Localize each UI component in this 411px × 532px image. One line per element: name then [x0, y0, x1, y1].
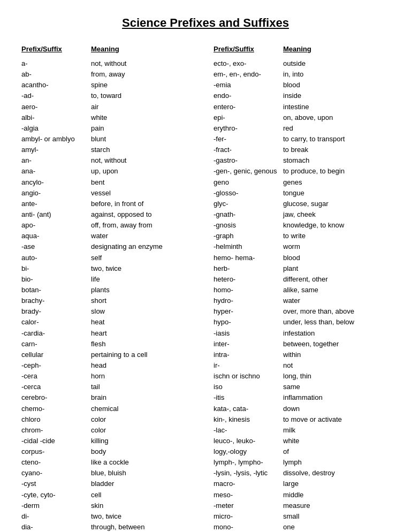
- list-item: endo-: [214, 90, 283, 101]
- list-item: to write: [283, 231, 390, 241]
- list-item: of: [283, 446, 390, 457]
- list-item: chemo-: [21, 404, 91, 414]
- list-item: erythro-: [214, 123, 283, 134]
- list-item: up, upon: [91, 166, 197, 177]
- left-prefix-col: Prefix/Suffix a-ab-acantho--ad-aero-albi…: [21, 45, 91, 532]
- list-item: alike, same: [283, 285, 390, 295]
- list-item: bent: [91, 177, 197, 188]
- list-item: heat: [91, 317, 197, 328]
- list-item: ambyl- or amblyo: [21, 134, 91, 145]
- list-item: ir-: [214, 360, 283, 371]
- list-item: against, opposed to: [91, 209, 197, 220]
- list-item: lymph: [283, 457, 390, 468]
- list-item: -itis: [214, 392, 283, 403]
- list-item: -helminth: [214, 241, 283, 252]
- list-item: head: [91, 360, 197, 371]
- list-item: -gen-, genic, genous: [214, 166, 283, 177]
- list-item: bladder: [91, 478, 197, 489]
- page-title: Science Prefixes and Suffixes: [21, 16, 390, 30]
- list-item: ancylo-: [21, 177, 91, 188]
- list-item: glyc-: [214, 199, 283, 209]
- list-item: bio-: [21, 274, 91, 285]
- list-item: -ad-: [21, 90, 91, 101]
- list-item: -cardia-: [21, 328, 91, 339]
- list-item: pain: [91, 123, 197, 134]
- list-item: tail: [91, 382, 197, 392]
- list-item: -meter: [214, 500, 283, 511]
- list-item: -ase: [21, 241, 91, 252]
- list-item: aqua-: [21, 231, 91, 241]
- list-item: plants: [91, 285, 197, 295]
- list-item: two, twice: [91, 511, 197, 522]
- list-item: cellular: [21, 349, 91, 360]
- list-item: di-: [21, 511, 91, 522]
- list-item: vessel: [91, 188, 197, 199]
- list-item: aero-: [21, 102, 91, 112]
- list-item: red: [283, 123, 390, 134]
- list-item: -fer-: [214, 134, 283, 145]
- list-item: herb-: [214, 263, 283, 274]
- list-item: ischn or ischno: [214, 371, 283, 382]
- list-item: brain: [91, 392, 197, 403]
- list-item: hyper-: [214, 306, 283, 317]
- list-item: logy,-ology: [214, 446, 283, 457]
- list-item: calor-: [21, 317, 91, 328]
- list-item: -cerca: [21, 382, 91, 392]
- list-item: amyl-: [21, 145, 91, 155]
- list-item: albi-: [21, 112, 91, 123]
- list-item: horn: [91, 371, 197, 382]
- list-item: from, away: [91, 69, 197, 80]
- list-item: acantho-: [21, 80, 91, 90]
- list-item: ana-: [21, 166, 91, 177]
- list-item: jaw, cheek: [283, 209, 390, 220]
- list-item: glucose, sugar: [283, 199, 390, 209]
- list-item: cyano-: [21, 468, 91, 478]
- list-item: color: [91, 425, 197, 436]
- list-item: lymph-, lympho-: [214, 457, 283, 468]
- list-item: to break: [283, 145, 390, 155]
- list-item: botan-: [21, 285, 91, 295]
- list-item: in, into: [283, 69, 390, 80]
- list-item: under, less than, below: [283, 317, 390, 328]
- list-item: tongue: [283, 188, 390, 199]
- list-item: -fract-: [214, 145, 283, 155]
- list-item: -graph: [214, 231, 283, 241]
- main-content: Prefix/Suffix a-ab-acantho--ad-aero-albi…: [21, 45, 390, 532]
- list-item: epi-: [214, 112, 283, 123]
- list-item: angio-: [21, 188, 91, 199]
- list-item: em-, en-, endo-: [214, 69, 283, 80]
- list-item: inflammation: [283, 392, 390, 403]
- list-item: not, without: [91, 155, 197, 166]
- right-meaning-entries: outsidein, intobloodinsideintestineon, a…: [283, 58, 390, 532]
- list-item: within: [283, 349, 390, 360]
- list-item: carn-: [21, 339, 91, 349]
- list-item: air: [91, 102, 197, 112]
- list-item: ecto-, exo-: [214, 58, 283, 69]
- list-item: same: [283, 382, 390, 392]
- list-item: to produce, to begin: [283, 166, 390, 177]
- list-item: long, thin: [283, 371, 390, 382]
- list-item: down: [283, 404, 390, 414]
- list-item: -lysin, -lysis, -lytic: [214, 468, 283, 478]
- list-item: bi-: [21, 263, 91, 274]
- list-item: stomach: [283, 155, 390, 166]
- list-item: -iasis: [214, 328, 283, 339]
- list-item: cteno-: [21, 457, 91, 468]
- list-item: auto-: [21, 253, 91, 263]
- list-item: worm: [283, 241, 390, 252]
- list-item: intestine: [283, 102, 390, 112]
- list-item: apo-: [21, 220, 91, 231]
- list-item: slow: [91, 306, 197, 317]
- left-meaning-col: Meaning not, withoutfrom, awayspineto, t…: [91, 45, 197, 532]
- list-item: -cidal -cide: [21, 436, 91, 446]
- list-item: on, above, upon: [283, 112, 390, 123]
- list-item: -gastro-: [214, 155, 283, 166]
- list-item: -cera: [21, 371, 91, 382]
- list-item: blunt: [91, 134, 197, 145]
- list-item: pertaining to a cell: [91, 349, 197, 360]
- list-item: white: [91, 112, 197, 123]
- list-item: -cyte, cyto-: [21, 490, 91, 500]
- right-meaning-header: Meaning: [283, 45, 390, 53]
- list-item: a-: [21, 58, 91, 69]
- list-item: homo-: [214, 285, 283, 295]
